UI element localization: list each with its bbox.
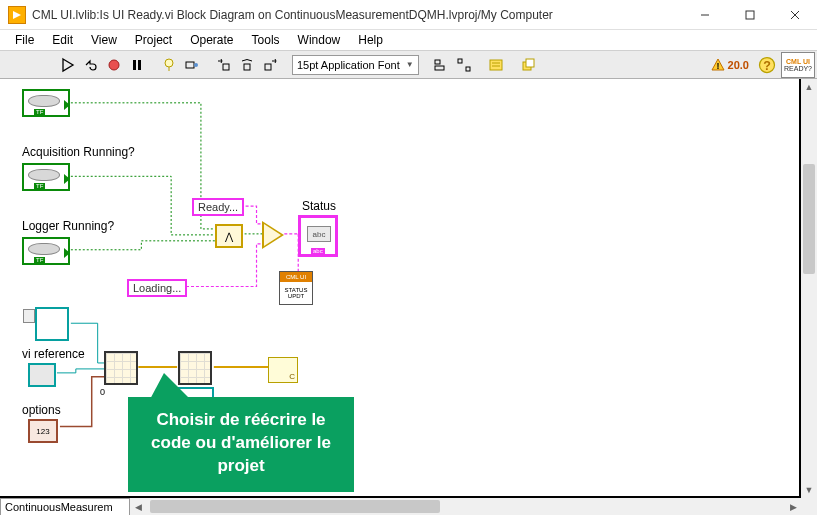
highlight-execution-button[interactable] [159,55,179,75]
horizontal-scrollbar[interactable]: ◀ ▶ [130,498,801,515]
callout-arrow-icon [148,373,194,403]
warning-indicator[interactable]: ! 20.0 [711,58,749,72]
reorder-button[interactable] [518,55,538,75]
svg-text:!: ! [716,61,719,71]
svg-rect-22 [526,59,534,67]
svg-rect-13 [223,64,229,70]
scroll-corner [801,498,817,515]
hscroll-thumb[interactable] [150,500,440,513]
svg-point-9 [165,59,173,67]
step-into-button[interactable] [214,55,234,75]
svg-marker-5 [63,59,73,71]
svg-point-12 [194,63,198,67]
menu-help[interactable]: Help [349,31,392,49]
vi-reference-label: vi reference [22,347,85,361]
callout-text: Choisir de réécrire le code ou d'amélior… [151,410,331,475]
vi-icon-line1: CML UI [786,58,810,65]
menu-tools[interactable]: Tools [243,31,289,49]
acquisition-running-label: Acquisition Running? [22,145,135,159]
array-constant[interactable] [35,307,69,341]
string-constant-ready[interactable]: Ready... [192,198,244,216]
status-abc: abc [307,226,331,242]
svg-rect-8 [138,60,141,70]
svg-rect-14 [244,64,250,70]
scroll-up-icon[interactable]: ▲ [801,79,817,95]
scroll-right-icon[interactable]: ▶ [785,498,801,515]
status-update-subvi[interactable]: CML UI STATUS UPDT [279,271,313,305]
step-over-button[interactable] [237,55,257,75]
and-node[interactable]: ⋀ [215,224,243,248]
tab-label: ContinuousMeasurem [5,501,113,513]
svg-rect-18 [458,59,462,63]
menu-bar: File Edit View Project Operate Tools Win… [0,30,817,51]
svg-rect-19 [466,67,470,71]
menu-window[interactable]: Window [289,31,350,49]
vertical-scrollbar[interactable]: ▲ ▼ [801,79,817,498]
minimize-button[interactable] [682,0,727,30]
wires-layer [0,79,799,496]
svg-marker-0 [13,11,21,19]
svg-rect-16 [435,60,440,64]
status-label: Status [302,199,336,213]
maximize-button[interactable] [727,0,772,30]
vi-icon[interactable]: CML UI READY? [781,52,815,78]
labview-app-icon [8,6,26,24]
status-indicator[interactable]: abc abc [298,215,338,257]
step-out-button[interactable] [260,55,280,75]
scroll-left-icon[interactable]: ◀ [130,498,146,515]
warning-count: 20.0 [728,59,749,71]
vi-reference-terminal[interactable] [28,363,56,387]
options-terminal[interactable]: 123 [28,419,58,443]
svg-rect-15 [265,64,271,70]
cleanup-button[interactable] [486,55,506,75]
svg-point-6 [109,60,119,70]
array-index: 0 [100,387,105,397]
toolbar: 15pt Application Font ▼ ! 20.0 ? CML UI … [0,51,817,79]
logger-running-label: Logger Running? [22,219,114,233]
annotation-callout: Choisir de réécrire le code ou d'amélior… [128,397,354,492]
svg-rect-20 [490,60,502,70]
pause-button[interactable] [127,55,147,75]
options-label: options [22,403,61,417]
bool-terminal-acquisition[interactable]: TF [22,163,70,191]
subvi-header: CML UI [280,272,312,282]
vi-icon-line2: READY? [784,65,812,72]
scroll-node[interactable]: C [268,357,298,383]
block-diagram-canvas[interactable]: TF Acquisition Running? TF Logger Runnin… [0,79,801,498]
tab-strip[interactable]: ContinuousMeasurem [0,498,130,515]
svg-text:?: ? [763,59,771,73]
distribute-button[interactable] [454,55,474,75]
abort-button[interactable] [104,55,124,75]
context-help-button[interactable]: ? [757,55,777,75]
window-controls [682,0,817,30]
bool-terminal-1[interactable]: TF [22,89,70,117]
svg-rect-11 [186,62,194,68]
vscroll-thumb[interactable] [803,164,815,274]
menu-view[interactable]: View [82,31,126,49]
select-node[interactable] [262,221,284,249]
retain-wire-values-button[interactable] [182,55,202,75]
menu-project[interactable]: Project [126,31,181,49]
string-constant-loading[interactable]: Loading... [127,279,187,297]
menu-file[interactable]: File [6,31,43,49]
subvi-body: STATUS UPDT [280,282,312,304]
menu-edit[interactable]: Edit [43,31,82,49]
invoke-node[interactable] [104,351,138,385]
run-continuous-button[interactable] [81,55,101,75]
run-button[interactable] [58,55,78,75]
menu-operate[interactable]: Operate [181,31,242,49]
svg-rect-2 [746,11,754,19]
window-title: CML UI.lvlib:Is UI Ready.vi Block Diagra… [32,8,682,22]
block-diagram-area: TF Acquisition Running? TF Logger Runnin… [0,79,817,515]
font-selector[interactable]: 15pt Application Font ▼ [292,55,419,75]
svg-rect-7 [133,60,136,70]
scroll-down-icon[interactable]: ▼ [801,482,817,498]
close-button[interactable] [772,0,817,30]
svg-rect-17 [435,66,444,70]
font-label: 15pt Application Font [297,59,400,71]
titlebar: CML UI.lvlib:Is UI Ready.vi Block Diagra… [0,0,817,30]
align-button[interactable] [431,55,451,75]
chevron-down-icon: ▼ [406,60,414,69]
bool-terminal-logger[interactable]: TF [22,237,70,265]
